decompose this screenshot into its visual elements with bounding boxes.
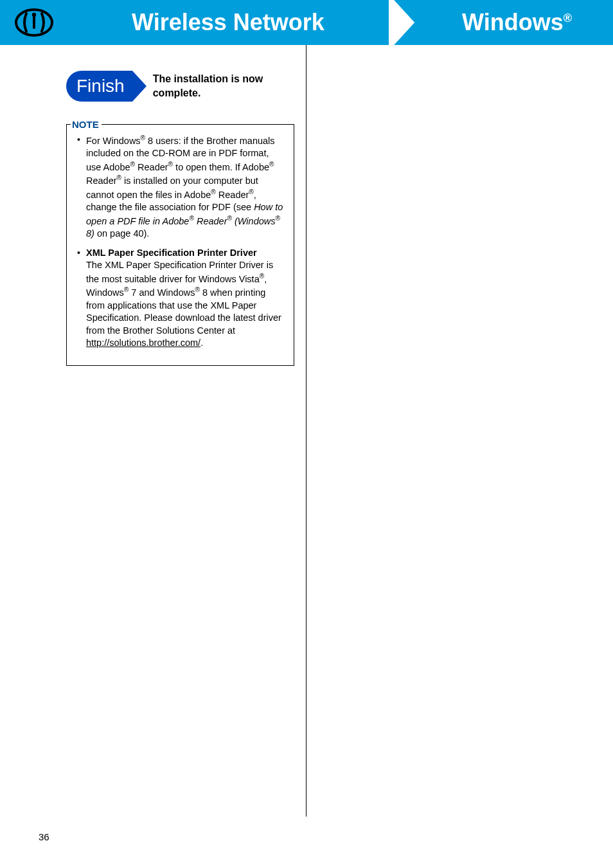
- wireless-icon: [13, 6, 55, 39]
- header-right: Windows®: [421, 0, 613, 45]
- note-box: NOTE For Windows® 8 users: if the Brothe…: [66, 124, 294, 366]
- right-column: [306, 45, 613, 817]
- header-arrow: [389, 0, 421, 45]
- svg-point-2: [31, 13, 35, 17]
- left-column: Finish The installation is now complete.…: [0, 45, 306, 817]
- registered-mark: ®: [564, 12, 572, 24]
- finish-badge: Finish: [66, 71, 132, 102]
- note-bullet-1: For Windows® 8 users: if the Brother man…: [75, 134, 286, 240]
- header-left: Wireless Network: [0, 0, 389, 45]
- content-area: Finish The installation is now complete.…: [0, 45, 613, 817]
- page-number: 36: [39, 831, 49, 842]
- header-right-title: Windows: [462, 9, 564, 35]
- solutions-link[interactable]: http://solutions.brother.com/: [86, 338, 200, 348]
- note-label: NOTE: [71, 118, 102, 131]
- note-bullet-2-title: XML Paper Specification Printer Driver: [86, 248, 257, 258]
- note-bullet-2: XML Paper Specification Printer Driver T…: [75, 247, 286, 350]
- header-left-title: Wireless Network: [132, 9, 324, 36]
- page-header: Wireless Network Windows®: [0, 0, 613, 45]
- finish-row: Finish The installation is now complete.: [66, 71, 294, 102]
- finish-text: The installation is now complete.: [153, 72, 281, 100]
